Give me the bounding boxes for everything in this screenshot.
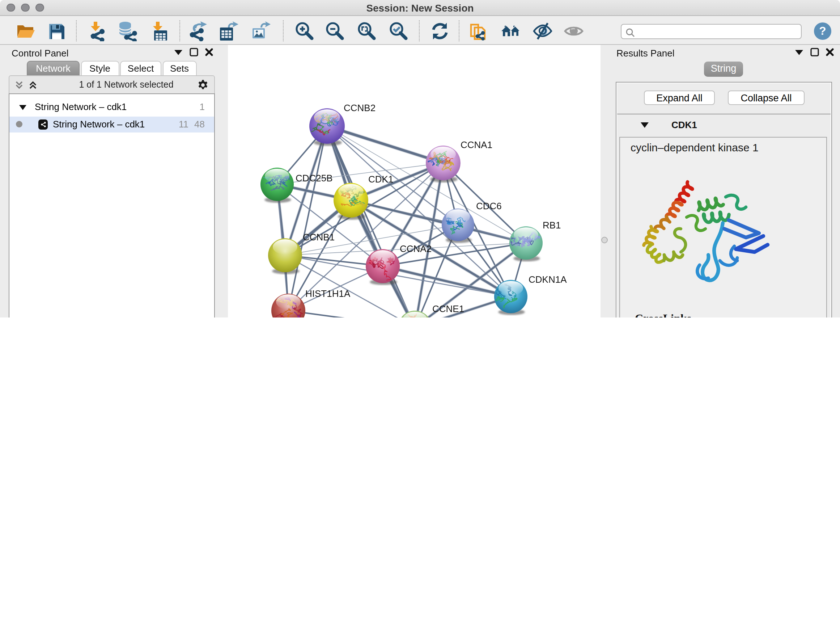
svg-text:CCNB2: CCNB2 (344, 103, 376, 113)
svg-text:CDKN1A: CDKN1A (529, 274, 567, 285)
svg-text:CDC25B: CDC25B (295, 173, 333, 184)
svg-text:RB1: RB1 (543, 220, 561, 231)
svg-text:CCNA1: CCNA1 (461, 139, 493, 150)
svg-text:CDK1: CDK1 (368, 174, 393, 185)
svg-text:CDC6: CDC6 (476, 201, 502, 211)
svg-text:HIST1H1A: HIST1H1A (305, 288, 351, 299)
svg-text:CCNB1: CCNB1 (303, 232, 335, 242)
svg-text:CCNE1: CCNE1 (432, 303, 464, 314)
svg-text:CCNA2: CCNA2 (400, 243, 431, 254)
